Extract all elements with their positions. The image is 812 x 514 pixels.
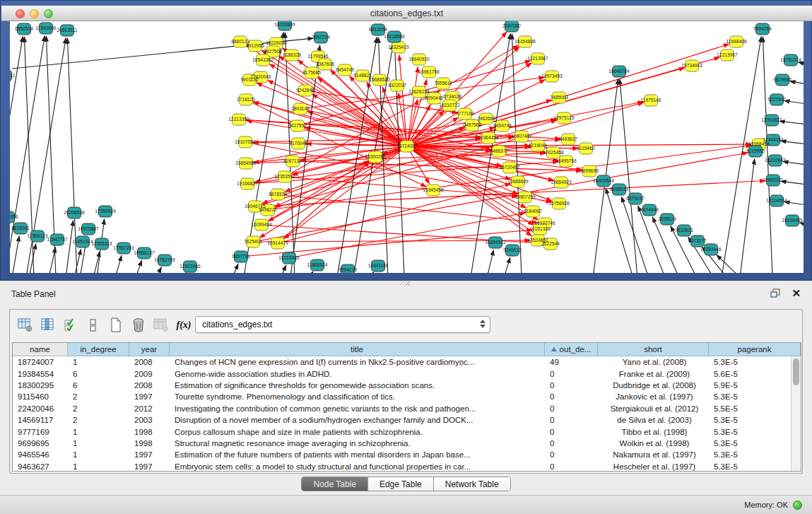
table-row[interactable]: 946554611997Estimation of the future num… xyxy=(13,449,791,460)
graph-node-label: 12441118 xyxy=(368,263,389,268)
column-header-short[interactable]: short xyxy=(598,343,709,356)
graph-node-label: 15692071 xyxy=(763,177,784,182)
graph-node-label: 9474444 xyxy=(640,207,659,212)
cell-in_degree: 1 xyxy=(68,428,129,436)
cell-in_degree: 1 xyxy=(68,462,129,471)
show-columns-icon[interactable] xyxy=(38,315,58,335)
table-row[interactable]: 969969511998Structural magnetic resonanc… xyxy=(13,438,791,449)
graph-node-label: 12104554 xyxy=(766,198,787,203)
vertical-scrollbar[interactable] xyxy=(791,356,801,471)
graph-node-label: 20513511 xyxy=(57,28,78,33)
graph-node-label: 16154808 xyxy=(514,39,536,44)
cell-title: Corpus callosum shape and size in male p… xyxy=(170,428,545,436)
close-window-icon[interactable] xyxy=(16,9,25,18)
graph-node-label: 20513211 xyxy=(10,73,16,78)
cell-name: 9115460 xyxy=(13,392,68,401)
graph-node-label: 12353594 xyxy=(274,174,295,179)
graph-node-label: 8322037 xyxy=(388,83,406,88)
table-mode-icon[interactable] xyxy=(16,315,35,335)
column-header-pagerank[interactable]: pagerank xyxy=(709,343,801,356)
table-row[interactable]: 1872400712008Changes of HCN gene express… xyxy=(13,356,791,368)
scrollbar-thumb[interactable] xyxy=(793,358,799,385)
create-column-icon[interactable] xyxy=(106,315,126,335)
graph-node-label: 7632621 xyxy=(675,228,693,233)
table-row[interactable]: 977716911998Corpus callosum shape and si… xyxy=(13,426,791,437)
graph-node-label: 10807487 xyxy=(511,134,532,139)
table-row[interactable]: 1938455462009Genome-wide association stu… xyxy=(13,368,791,379)
cell-in_degree: 1 xyxy=(68,450,129,459)
table-row[interactable]: 2242004622012Investigating the contribut… xyxy=(13,403,791,414)
delete-columns-icon[interactable] xyxy=(129,315,148,335)
tab-network-table[interactable]: Network Table xyxy=(434,477,510,491)
function-builder-icon[interactable]: f(x) xyxy=(174,315,194,335)
graph-node-label: 12213967 xyxy=(717,52,738,57)
graph-node-label: 2367608 xyxy=(316,62,334,66)
graph-node-label: 12213987 xyxy=(527,56,548,61)
graph-node-label: 11542806 xyxy=(36,25,57,30)
cell-name: 19384554 xyxy=(13,370,68,378)
graph-node-label: 15688520 xyxy=(369,77,390,82)
cell-out_degree: 49 xyxy=(545,358,598,366)
cell-in_degree: 1 xyxy=(68,358,129,366)
table-row[interactable]: 946362711997Embryonic stem cells: a mode… xyxy=(13,461,791,471)
table-rows: 1872400712008Changes of HCN gene express… xyxy=(13,356,791,471)
graph-node-label: 11942737 xyxy=(47,237,68,242)
unselect-rows-icon[interactable] xyxy=(83,315,103,335)
table-row[interactable]: 1830029562008Estimation of significance … xyxy=(13,380,791,391)
graph-node-label: 15716485 xyxy=(278,255,300,260)
graph-node-label: 15720407 xyxy=(499,165,520,170)
cell-short: Franke et al. (2009) xyxy=(598,370,709,378)
cell-title: Embryonic stem cells: a model to study s… xyxy=(170,462,545,471)
window-titlebar[interactable]: citations_edges.txt xyxy=(1,6,812,21)
graph-node-label: 9115460 xyxy=(577,146,595,151)
graph-node-label: 6734028 xyxy=(443,94,461,99)
graph-node-label: 9699695 xyxy=(580,168,599,173)
cell-name: 18300295 xyxy=(13,381,68,390)
network-table-selector[interactable]: citations_edges.txt xyxy=(195,316,490,333)
minimize-window-icon[interactable] xyxy=(30,9,39,18)
cell-out_degree: 0 xyxy=(545,404,598,413)
table-row[interactable]: 911546021997Tourette syndrome. Phenomeno… xyxy=(13,391,791,402)
select-all-icon[interactable] xyxy=(61,315,81,335)
graph-node-label: 7857224 xyxy=(312,35,330,40)
cell-pagerank: 5.6E-5 xyxy=(709,370,791,378)
graph-node-label: 20206536 xyxy=(64,210,85,215)
table-panel-header: Table Panel ✕ xyxy=(0,281,812,308)
column-header-year[interactable]: year xyxy=(129,343,170,356)
graph-node-label: 6850514 xyxy=(15,26,33,31)
graph-node-label: 8815061 xyxy=(11,226,30,230)
column-header-in_degree[interactable]: in_degree xyxy=(68,343,129,356)
graph-node-label: 11548408 xyxy=(726,39,747,44)
column-header-name[interactable]: name xyxy=(13,343,68,356)
graph-node-label: 7486372 xyxy=(490,148,508,153)
cell-year: 1997 xyxy=(129,462,170,471)
table-header-row: namein_degreeyeartitleout_de...shortpage… xyxy=(13,343,801,356)
tab-node-table[interactable]: Node Table xyxy=(302,477,368,491)
graph-node-label: 16782759 xyxy=(154,257,175,262)
float-panel-icon[interactable] xyxy=(770,288,781,298)
cell-short: Tibbo et al. (1998) xyxy=(598,428,709,436)
splitter-grip[interactable] xyxy=(400,281,410,286)
tab-edge-table[interactable]: Edge Table xyxy=(368,477,434,491)
graph-node-label: 18907299 xyxy=(514,194,536,199)
graph-node-label: 19654923 xyxy=(551,180,572,185)
graph-node-label: 16210643 xyxy=(765,158,786,163)
column-header-title[interactable]: title xyxy=(170,343,545,356)
delete-table-icon[interactable] xyxy=(151,315,171,335)
chevron-updown-icon xyxy=(480,320,486,328)
network-canvas[interactable]: 1872400788601238912955182260589827508165… xyxy=(10,21,804,273)
graph-node-label: 11975146 xyxy=(641,98,661,103)
graph-node-label: 18107552 xyxy=(235,139,256,144)
graph-node-label: 12093822 xyxy=(761,117,782,122)
graph-node-label: 16120746 xyxy=(534,221,555,226)
cell-year: 2012 xyxy=(129,404,170,413)
zoom-window-icon[interactable] xyxy=(44,9,53,18)
graph-node-label: 7462664 xyxy=(477,116,495,121)
graph-node-label: 12975125 xyxy=(553,115,575,120)
graph-node-label: 9594264 xyxy=(753,26,772,31)
table-row[interactable]: 1456911722003Disruption of a novel membe… xyxy=(13,414,791,426)
column-header-out_de[interactable]: out_de... xyxy=(545,343,598,356)
cell-name: 18724007 xyxy=(13,358,68,366)
close-panel-icon[interactable]: ✕ xyxy=(792,287,801,300)
cell-short: Dudbridge et al. (2008) xyxy=(598,381,709,390)
